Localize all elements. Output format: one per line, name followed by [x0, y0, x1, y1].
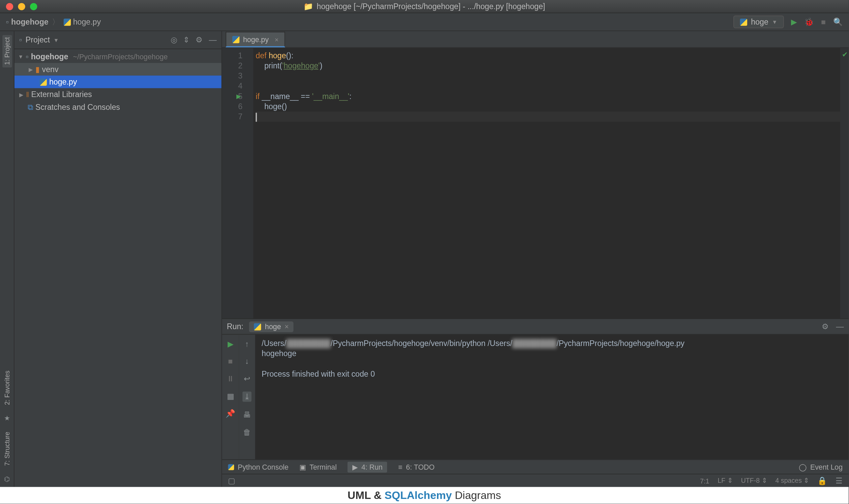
chevron-down-icon[interactable]: ▼: [54, 37, 59, 43]
rerun-button[interactable]: ▶: [228, 339, 233, 348]
tool-tab-structure[interactable]: 7: Structure: [2, 430, 12, 468]
run-tab-hoge[interactable]: hoge ×: [249, 321, 294, 332]
stop-button[interactable]: ■: [821, 18, 826, 26]
python-icon: [740, 18, 747, 25]
tool-tab-python-console[interactable]: Python Console: [228, 463, 288, 471]
lock-icon[interactable]: 🔒: [817, 476, 827, 485]
editor-tab-hoge[interactable]: hoge.py ×: [226, 32, 285, 47]
gear-icon[interactable]: ⚙: [195, 35, 203, 44]
folder-icon: ▮: [35, 65, 39, 74]
tree-scratches[interactable]: ⧉ Scratches and Consoles: [15, 101, 222, 113]
tool-tab-favorites[interactable]: 2: Favorites: [2, 368, 12, 407]
debug-button[interactable]: 🐞: [804, 18, 814, 26]
tree-root[interactable]: ▼ ▫ hogehoge ~/PycharmProjects/hogehoge: [15, 51, 222, 63]
run-output[interactable]: /Users/████████/PycharmProjects/hogehoge…: [256, 335, 849, 459]
line-gutter: 1 2 3 4 5▶ 6 7: [222, 48, 254, 318]
run-panel-label: Run:: [227, 322, 243, 331]
layout-button[interactable]: ▦: [227, 392, 234, 400]
folder-icon: ▫: [25, 52, 28, 61]
indent[interactable]: 4 spaces ⇕: [776, 477, 809, 484]
hide-icon[interactable]: —: [209, 35, 216, 44]
footer-ad: UML & SQLAlchemy Diagrams: [0, 487, 849, 504]
structure-icon: ⌬: [4, 476, 10, 483]
chevron-right-icon: ▶: [29, 66, 33, 72]
tool-tab-run[interactable]: ▶ 4: Run: [348, 462, 387, 472]
library-icon: ⦀: [26, 90, 29, 99]
terminal-icon: ▣: [299, 463, 306, 471]
project-view-label[interactable]: Project: [25, 35, 50, 44]
left-tool-tabs: 1: Project 2: Favorites ★ 7: Structure ⌬: [0, 31, 15, 487]
tool-tab-project[interactable]: 1: Project: [2, 35, 12, 67]
chevron-right-icon: ▶: [19, 91, 23, 97]
maximize-window-button[interactable]: [30, 3, 37, 10]
chevron-right-icon: 〉: [52, 17, 60, 27]
pause-button[interactable]: ⏸: [227, 374, 234, 383]
star-icon: ★: [4, 414, 10, 422]
python-icon: [232, 36, 239, 43]
run-button[interactable]: ▶: [791, 18, 797, 26]
python-icon: [228, 464, 234, 470]
editor-right-gutter: ✔: [840, 48, 849, 318]
folder-icon: 📁: [304, 2, 313, 11]
run-gutter-icon[interactable]: ▶: [236, 91, 241, 102]
python-icon: [254, 323, 261, 330]
titlebar: 📁 hogehoge [~/PycharmProjects/hogehoge] …: [0, 0, 849, 13]
window-title: hogehoge [~/PycharmProjects/hogehoge] - …: [317, 2, 545, 11]
minimize-window-button[interactable]: [18, 3, 25, 10]
toolbar: ▫ hogehoge 〉 hoge.py hoge ▼ ▶ 🐞 ■ 🔍: [0, 13, 849, 31]
tool-tab-todo[interactable]: ≡ 6: TODO: [398, 463, 435, 471]
scratches-icon: ⧉: [28, 102, 33, 111]
up-icon[interactable]: ↑: [245, 339, 249, 348]
project-sidebar: ▫ Project ▼ ◎ ⇕ ⚙ — ▼ ▫ hogehoge ~/Pycha…: [15, 31, 222, 487]
project-view-icon: ▫: [19, 35, 22, 44]
tree-external-libraries[interactable]: ▶ ⦀ External Libraries: [15, 88, 222, 101]
hide-icon[interactable]: —: [836, 322, 844, 331]
line-ending[interactable]: LF ⇕: [717, 477, 732, 484]
code-content[interactable]: def hoge(): print('hogehoge') if __name_…: [253, 48, 840, 318]
editor-tabs: hoge.py ×: [222, 31, 849, 48]
run-tool-column-1: ▶ ■ ⏸ ▦ 📌: [222, 335, 239, 459]
target-icon[interactable]: ◎: [171, 35, 177, 44]
run-tool-column-2: ↑ ↓ ↩ ⤓ 🖶 🗑: [239, 335, 256, 459]
down-icon[interactable]: ↓: [245, 357, 249, 366]
close-icon[interactable]: ×: [284, 322, 289, 331]
tree-venv[interactable]: ▶ ▮ venv: [15, 63, 222, 75]
search-icon[interactable]: 🔍: [833, 18, 843, 26]
collapse-icon[interactable]: ⇕: [183, 35, 190, 44]
stop-button[interactable]: ■: [228, 357, 233, 366]
wrap-icon[interactable]: ↩: [244, 374, 250, 383]
balloon-icon: ◯: [799, 463, 807, 471]
breadcrumb-project[interactable]: ▫ hogehoge: [6, 18, 49, 26]
hector-icon[interactable]: ☰: [835, 476, 843, 485]
pin-button[interactable]: 📌: [226, 409, 235, 418]
run-panel: Run: hoge × ⚙ — ▶ ■: [222, 318, 849, 459]
chevron-down-icon: ▼: [18, 54, 23, 60]
editor-area: hoge.py × 1 2 3 4 5▶ 6 7 def hoge(): pri…: [222, 31, 849, 487]
checkmark-icon[interactable]: ✔: [842, 51, 848, 59]
event-log-button[interactable]: ◯ Event Log: [799, 463, 843, 471]
list-icon: ≡: [398, 463, 402, 471]
gear-icon[interactable]: ⚙: [822, 322, 829, 331]
encoding[interactable]: UTF-8 ⇕: [741, 477, 767, 484]
run-config-dropdown[interactable]: hoge ▼: [734, 16, 784, 28]
tree-file-hoge[interactable]: hoge.py: [15, 75, 222, 88]
cursor-position[interactable]: 7:1: [700, 477, 709, 484]
code-editor[interactable]: 1 2 3 4 5▶ 6 7 def hoge(): print('hogeho…: [222, 48, 849, 318]
status-left-icon[interactable]: ▢: [228, 476, 235, 485]
trash-icon[interactable]: 🗑: [243, 428, 251, 437]
run-icon: ▶: [352, 463, 358, 471]
close-window-button[interactable]: [6, 3, 13, 10]
scroll-icon[interactable]: ⤓: [242, 392, 252, 401]
python-icon: [64, 18, 70, 25]
close-icon[interactable]: ×: [275, 36, 278, 43]
status-bar: ▢ 7:1 LF ⇕ UTF-8 ⇕ 4 spaces ⇕ 🔒 ☰: [222, 474, 849, 487]
project-tree: ▼ ▫ hogehoge ~/PycharmProjects/hogehoge …: [15, 49, 222, 487]
breadcrumb-file[interactable]: hoge.py: [64, 18, 101, 26]
tool-tab-terminal[interactable]: ▣ Terminal: [299, 463, 337, 471]
breadcrumb: ▫ hogehoge 〉 hoge.py: [6, 17, 101, 27]
folder-icon: ▫: [6, 18, 9, 26]
print-icon[interactable]: 🖶: [243, 410, 251, 419]
bottom-tool-tabs: Python Console ▣ Terminal ▶ 4: Run ≡ 6: …: [222, 459, 849, 474]
python-icon: [39, 78, 47, 85]
chevron-down-icon: ▼: [772, 19, 777, 25]
